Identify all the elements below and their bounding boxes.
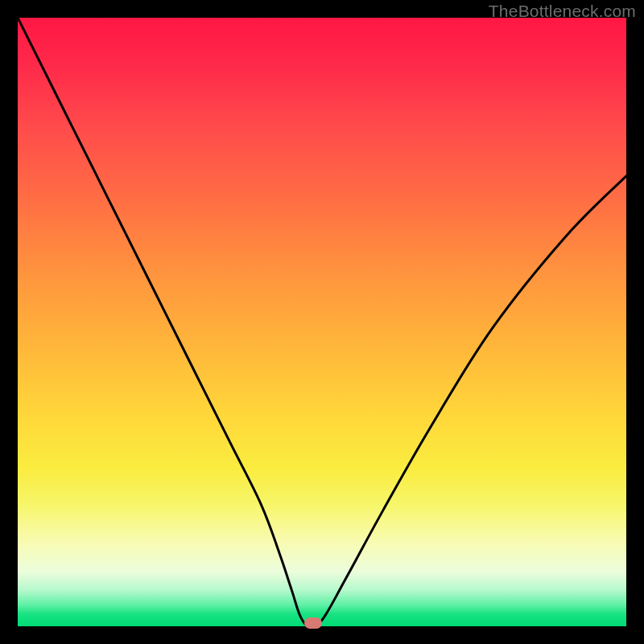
bottleneck-curve bbox=[18, 18, 626, 626]
chart-plot-area bbox=[18, 18, 626, 626]
optimal-point-marker bbox=[304, 617, 322, 629]
watermark-text: TheBottleneck.com bbox=[489, 2, 636, 21]
